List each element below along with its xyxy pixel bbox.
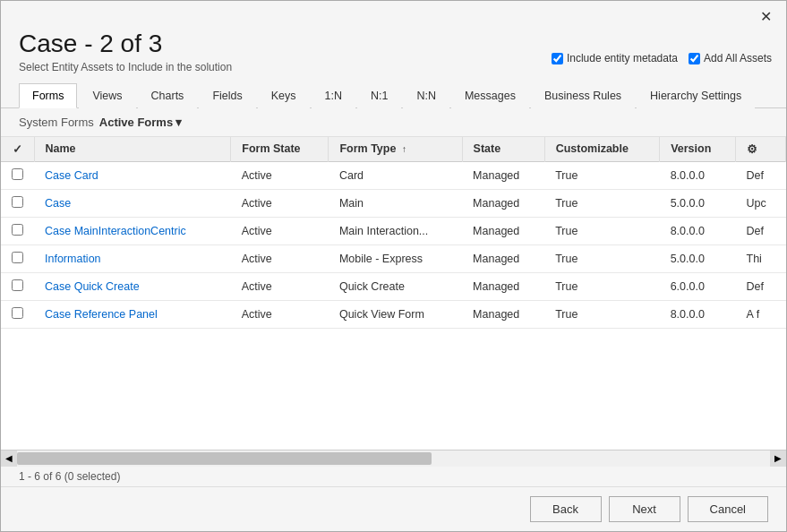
row-checkbox-cell[interactable]	[1, 300, 34, 328]
row-checkbox-cell[interactable]	[1, 217, 34, 245]
table-body: Case CardActiveCardManagedTrue8.0.0.0Def…	[1, 161, 786, 328]
row-extra: A f	[736, 300, 786, 328]
row-form-type: Mobile - Express	[329, 245, 462, 272]
row-extra: Thi	[736, 245, 786, 272]
row-form-state: Active	[231, 300, 329, 328]
row-checkbox-5[interactable]	[12, 307, 23, 319]
back-button[interactable]: Back	[530, 496, 602, 522]
system-forms-label: System Forms	[19, 116, 94, 129]
row-name-link[interactable]: Case	[45, 197, 71, 210]
tab-1n[interactable]: 1:N	[312, 83, 355, 108]
row-state: Managed	[462, 189, 544, 217]
row-form-state: Active	[231, 161, 329, 189]
tab-views[interactable]: Views	[79, 83, 135, 108]
row-extra: Def	[736, 272, 786, 300]
row-name: Case	[34, 189, 231, 217]
row-checkbox-1[interactable]	[12, 196, 23, 208]
row-checkbox-cell[interactable]	[1, 189, 34, 217]
row-customizable: True	[544, 161, 660, 189]
row-form-state: Active	[231, 245, 329, 272]
row-name: Case MainInteractionCentric	[34, 217, 231, 245]
dialog-header: Case - 2 of 3 Select Entity Assets to In…	[1, 25, 786, 82]
tab-n1[interactable]: N:1	[357, 83, 401, 108]
table-row: Case Quick CreateActiveQuick CreateManag…	[1, 272, 786, 300]
row-name-link[interactable]: Case Reference Panel	[45, 308, 158, 321]
row-form-type: Main	[329, 189, 462, 217]
next-button[interactable]: Next	[609, 496, 680, 522]
scroll-track[interactable]	[17, 450, 770, 467]
row-checkbox-0[interactable]	[12, 168, 23, 180]
row-name-link[interactable]: Information	[45, 253, 101, 265]
row-checkbox-cell[interactable]	[1, 272, 34, 300]
row-customizable: True	[544, 300, 660, 328]
row-form-type: Quick View Form	[329, 300, 462, 328]
active-forms-label: Active Forms	[99, 116, 173, 129]
row-name: Case Quick Create	[34, 272, 231, 300]
sort-icon: ↑	[402, 144, 406, 154]
add-all-assets-checkbox[interactable]	[689, 53, 700, 64]
col-check: ✓	[1, 137, 34, 162]
table-row: Case CardActiveCardManagedTrue8.0.0.0Def	[1, 161, 786, 189]
scroll-thumb	[17, 452, 432, 465]
tab-fields[interactable]: Fields	[199, 83, 255, 108]
row-version: 6.0.0.0	[660, 272, 736, 300]
row-form-state: Active	[231, 189, 329, 217]
col-version[interactable]: Version	[660, 137, 736, 162]
col-form-state[interactable]: Form State	[231, 137, 329, 162]
table-row: Case MainInteractionCentricActiveMain In…	[1, 217, 786, 245]
tabs-bar: Forms Views Charts Fields Keys 1:N N:1 N…	[1, 82, 786, 108]
row-state: Managed	[462, 217, 544, 245]
col-name[interactable]: Name	[34, 137, 231, 162]
horizontal-scrollbar[interactable]: ◀ ▶	[1, 450, 786, 466]
cancel-button[interactable]: Cancel	[688, 496, 768, 522]
add-all-assets-label: Add All Assets	[704, 52, 772, 64]
row-version: 5.0.0.0	[660, 189, 736, 217]
table-row: InformationActiveMobile - ExpressManaged…	[1, 245, 786, 272]
tab-hierarchy-settings[interactable]: Hierarchy Settings	[637, 83, 755, 108]
col-state[interactable]: State	[462, 137, 544, 162]
row-form-state: Active	[231, 272, 329, 300]
row-extra: Def	[736, 217, 786, 245]
row-checkbox-3[interactable]	[12, 252, 23, 263]
include-metadata-checkbox[interactable]	[552, 53, 563, 64]
status-text: 1 - 6 of 6 (0 selected)	[19, 470, 120, 483]
row-checkbox-cell[interactable]	[1, 161, 34, 189]
tab-charts[interactable]: Charts	[138, 83, 198, 108]
row-checkbox-2[interactable]	[12, 224, 23, 236]
row-form-state: Active	[231, 217, 329, 245]
tab-keys[interactable]: Keys	[258, 83, 310, 108]
row-version: 8.0.0.0	[660, 217, 736, 245]
tab-messages[interactable]: Messages	[451, 83, 529, 108]
close-button[interactable]: ✕	[757, 8, 775, 25]
col-extra: ⚙	[736, 137, 786, 162]
row-customizable: True	[544, 272, 660, 300]
row-checkbox-cell[interactable]	[1, 245, 34, 272]
scroll-right-button[interactable]: ▶	[770, 450, 786, 467]
row-name-link[interactable]: Case MainInteractionCentric	[45, 225, 186, 237]
tab-business-rules[interactable]: Business Rules	[531, 83, 635, 108]
row-form-type: Main Interaction...	[329, 217, 462, 245]
include-metadata-checkbox-label[interactable]: Include entity metadata	[552, 52, 678, 64]
col-form-type[interactable]: Form Type ↑	[329, 137, 462, 162]
col-customizable[interactable]: Customizable	[544, 137, 660, 162]
titlebar: ✕	[1, 1, 786, 25]
row-extra: Def	[736, 161, 786, 189]
active-forms-dropdown[interactable]: Active Forms ▾	[99, 116, 182, 129]
dropdown-icon: ▾	[175, 116, 182, 129]
table-container: ✓ Name Form State Form Type ↑ State Cust…	[1, 137, 786, 450]
tab-nn[interactable]: N:N	[403, 83, 449, 108]
row-name-link[interactable]: Case Card	[45, 169, 98, 182]
status-bar: 1 - 6 of 6 (0 selected)	[1, 466, 786, 486]
add-all-assets-checkbox-label[interactable]: Add All Assets	[689, 52, 772, 64]
row-name-link[interactable]: Case Quick Create	[45, 280, 140, 293]
include-metadata-label: Include entity metadata	[567, 52, 678, 64]
row-checkbox-4[interactable]	[12, 279, 23, 291]
main-dialog: ✕ Case - 2 of 3 Select Entity Assets to …	[0, 0, 787, 532]
row-name: Case Card	[34, 161, 231, 189]
row-version: 5.0.0.0	[660, 245, 736, 272]
row-state: Managed	[462, 245, 544, 272]
row-extra: Upc	[736, 189, 786, 217]
scroll-left-button[interactable]: ◀	[1, 450, 17, 467]
row-form-type: Card	[329, 161, 462, 189]
tab-forms[interactable]: Forms	[19, 83, 77, 108]
